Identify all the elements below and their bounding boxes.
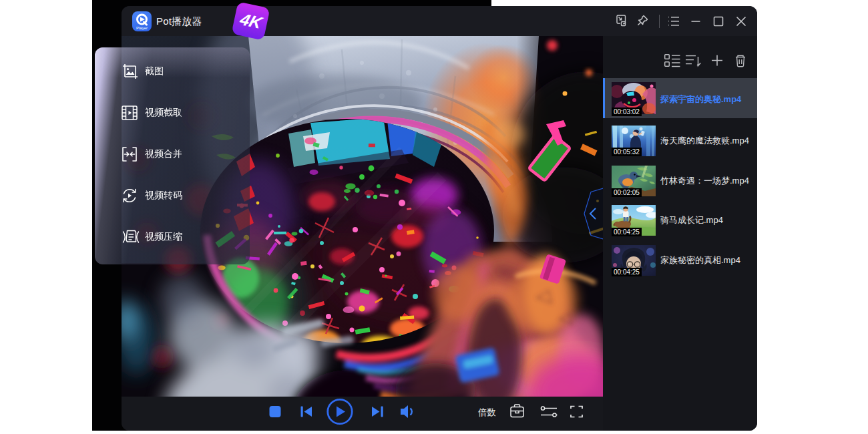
svg-text:Player: Player	[136, 26, 148, 30]
svg-text:倍数: 倍数	[478, 407, 496, 417]
